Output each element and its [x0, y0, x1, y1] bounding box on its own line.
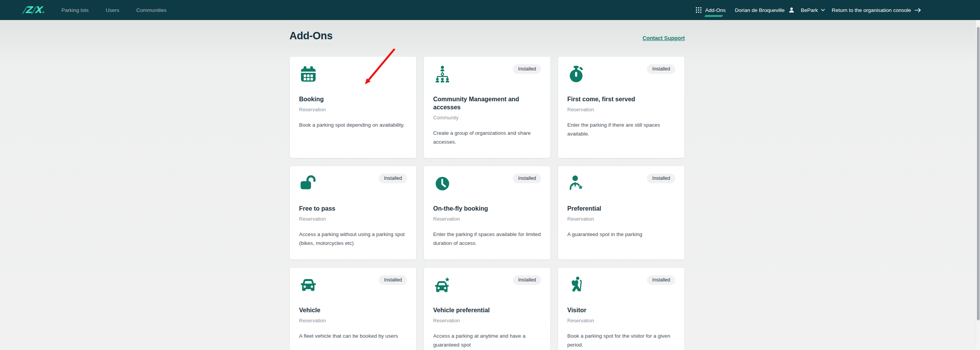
addon-description: A fleet vehicle that can be booked by us… [299, 332, 407, 341]
addon-description: Access a parking at anytime and have a g… [433, 332, 541, 349]
org-chart-icon [433, 65, 452, 84]
addon-title: Visitor [567, 306, 675, 314]
installed-badge: Installed [513, 275, 541, 285]
return-to-console-link[interactable]: Return to the organisation console [832, 7, 921, 13]
arrow-right-icon [914, 8, 921, 13]
addon-category: Reservation [567, 318, 675, 323]
addon-title: Booking [299, 95, 407, 103]
addon-title: First come, first served [567, 95, 675, 103]
user-name: Dorian de Broqueville [735, 7, 785, 13]
addon-card[interactable]: Installed Community Management and acces… [424, 56, 551, 158]
primary-nav: Parking lots Users Communities [62, 7, 167, 13]
addon-card[interactable]: Installed Vehicle preferential Reservati… [424, 267, 551, 350]
installed-badge: Installed [379, 174, 407, 183]
card-head: Installed [433, 65, 541, 84]
nav-item-communities[interactable]: Communities [136, 7, 166, 13]
addon-title: Free to pass [299, 204, 407, 213]
grid-apps-icon [696, 7, 702, 13]
addon-description: Enter the parking if there are still spa… [567, 121, 675, 138]
app-switcher[interactable]: Add-Ons [696, 7, 726, 13]
addon-card[interactable]: Installed Visitor Reservation Book a par… [558, 267, 685, 350]
organisation-selector[interactable]: BePark [801, 7, 825, 13]
addon-description: Access a parking without using a parking… [299, 230, 407, 248]
hiker-icon [567, 276, 586, 295]
app-logo[interactable]: /Z/X. [22, 5, 45, 15]
addon-card[interactable]: Installed On-the-fly booking Reservation… [424, 166, 551, 260]
nav-item-users[interactable]: Users [106, 7, 119, 13]
addon-card[interactable]: Installed Booking Reservation Book a par… [289, 56, 417, 158]
car-star-icon [433, 276, 452, 295]
scrollbar-thumb[interactable] [977, 27, 980, 320]
card-head: Installed [567, 174, 675, 193]
addon-description: A guaranteed spot in the parking [567, 230, 675, 239]
addon-description: Create a group of organizations and shar… [433, 129, 541, 146]
addon-category: Reservation [433, 318, 541, 323]
page-title: Add-Ons [289, 30, 333, 42]
addon-category: Reservation [299, 318, 407, 323]
person-star-icon [567, 174, 586, 193]
addon-title: Community Management and accesses [433, 95, 541, 111]
unlock-icon [299, 174, 318, 193]
addon-card[interactable]: Installed Preferential Reservation A gua… [558, 166, 685, 260]
return-to-console-label: Return to the organisation console [832, 7, 911, 13]
addons-grid: Installed Booking Reservation Book a par… [289, 56, 685, 350]
scrollbar-track[interactable] [976, 20, 980, 350]
addon-description: Book a parking spot for the visitor for … [567, 332, 675, 349]
addon-title: Vehicle preferential [433, 306, 541, 314]
addon-card[interactable]: Installed First come, first served Reser… [558, 56, 685, 158]
card-head: Installed [299, 174, 407, 193]
addon-title: Vehicle [299, 306, 407, 314]
addon-description: Enter the parking if spaces available fo… [433, 230, 541, 248]
addon-category: Community [433, 115, 541, 121]
nav-right-group: Add-Ons Dorian de Broqueville BePark Ret… [696, 7, 921, 13]
calendar-icon [299, 65, 318, 84]
addon-category: Reservation [299, 216, 407, 222]
page-header: Add-Ons Contact Support [289, 20, 685, 42]
clock-icon [433, 174, 452, 193]
card-head: Installed [567, 276, 675, 295]
stopwatch-icon [567, 65, 586, 84]
installed-badge: Installed [647, 64, 675, 74]
addon-category: Reservation [567, 216, 675, 222]
addon-card[interactable]: Installed Vehicle Reservation A fleet ve… [289, 267, 417, 350]
contact-support-link[interactable]: Contact Support [642, 35, 685, 42]
addon-category: Reservation [433, 216, 541, 222]
installed-badge: Installed [513, 174, 541, 183]
addon-category: Reservation [299, 107, 407, 112]
main-content: Add-Ons Contact Support Installed Bookin… [0, 20, 980, 350]
addon-category: Reservation [567, 107, 675, 112]
installed-badge: Installed [379, 275, 407, 285]
top-navbar: /Z/X. Parking lots Users Communities Add… [0, 0, 980, 20]
organisation-name: BePark [801, 7, 818, 13]
installed-badge: Installed [647, 275, 675, 285]
addon-card[interactable]: Installed Free to pass Reservation Acces… [289, 166, 417, 260]
card-head: Installed [299, 65, 407, 84]
user-menu[interactable]: Dorian de Broqueville [735, 7, 795, 13]
nav-item-parking-lots[interactable]: Parking lots [62, 7, 89, 13]
addon-title: Preferential [567, 204, 675, 213]
addon-description: Book a parking spot depending on availab… [299, 121, 407, 130]
car-icon [299, 276, 318, 295]
installed-badge: Installed [513, 64, 541, 74]
card-head: Installed [433, 174, 541, 193]
active-app-underline [704, 15, 723, 17]
active-app-label: Add-Ons [705, 7, 726, 13]
card-head: Installed [299, 276, 407, 295]
addon-title: On-the-fly booking [433, 204, 541, 213]
card-head: Installed [433, 276, 541, 295]
card-head: Installed [567, 65, 675, 84]
chevron-down-icon [821, 8, 825, 12]
user-icon [788, 7, 795, 13]
installed-badge: Installed [647, 174, 675, 183]
